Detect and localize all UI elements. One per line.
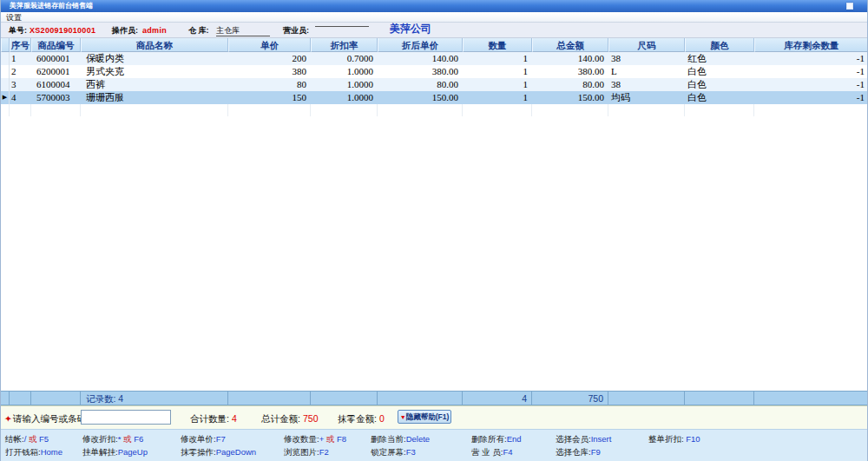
cell-amount: 150.00 (532, 91, 608, 104)
header-seq: 序号 (10, 38, 31, 52)
cell-name: 保暖内类 (81, 52, 228, 65)
cell-qty: 1 (463, 78, 532, 91)
help-item: 整单折扣: F10 (648, 434, 700, 445)
help-item: 删除当前:Delete (371, 434, 430, 445)
cell-disc-price: 150.00 (378, 91, 463, 104)
help-row-2: 打开钱箱:Home 挂单解挂:PageUp 抹零操作:PageDown 浏览图片… (1, 447, 868, 458)
header-selector (1, 38, 10, 52)
cell-qty: 1 (463, 65, 532, 78)
empty-grid-row (1, 104, 868, 116)
salesperson-field[interactable] (315, 26, 369, 27)
header-discount: 折扣率 (311, 38, 378, 52)
header-stock: 库存剩余数量 (754, 38, 868, 52)
cell-price: 150 (228, 91, 311, 104)
title-bar: 美萍服装进销存前台销售端 (1, 0, 868, 12)
cell-code: 6200001 (31, 65, 81, 78)
cell-color: 白色 (685, 78, 754, 91)
cell-stock: -1 (754, 52, 868, 65)
cell-name: 男式夹克 (81, 65, 228, 78)
help-item: 修改数量:+ 或 F8 (284, 434, 346, 445)
items-grid: 序号 商品编号 商品名称 单价 折扣率 折后单价 数量 总金额 尺码 颜色 库存… (1, 38, 868, 405)
help-item: 结帐:/ 或 F5 (5, 434, 49, 445)
help-row-1: 结帐:/ 或 F5 修改折扣:* 或 F6 修改单价:F7 修改数量:+ 或 F… (1, 434, 868, 445)
header-name: 商品名称 (81, 38, 228, 52)
record-count-label: 记录数: (86, 393, 115, 404)
totals-qty: 4 (463, 392, 532, 405)
barcode-prompt: 请输入编号或条码: (13, 412, 89, 425)
cell-qty: 1 (463, 52, 532, 65)
warehouse-field[interactable]: 主仓库 (216, 26, 270, 36)
table-row[interactable]: 2 6200001 男式夹克 380 1.0000 380.00 1 380.0… (1, 65, 868, 78)
cell-discount: 1.0000 (311, 78, 378, 91)
rounding-label: 抹零金额: (338, 412, 377, 425)
current-row-marker-icon: ▶ (1, 91, 10, 104)
cell-size: 38 (608, 78, 685, 91)
cell-code: 6100004 (31, 78, 81, 91)
cell-disc-price: 380.00 (378, 65, 463, 78)
table-row[interactable]: 3 6100004 西裤 80 1.0000 80.00 1 80.00 38 … (1, 78, 868, 91)
cell-color: 白色 (685, 91, 754, 104)
header-disc-price: 折后单价 (378, 38, 463, 52)
total-amount-label: 总计金额: (261, 412, 300, 425)
cell-size: L (608, 65, 685, 78)
cell-stock: -1 (754, 78, 868, 91)
cell-discount: 0.7000 (311, 52, 378, 65)
help-item: 抹零操作:PageDown (181, 447, 256, 458)
cell-amount: 380.00 (532, 65, 608, 78)
cell-stock: -1 (754, 91, 868, 104)
cell-stock: -1 (754, 65, 868, 78)
help-item: 打开钱箱:Home (5, 447, 62, 458)
help-item: 删除所有:End (471, 434, 522, 445)
header-size: 尺码 (608, 38, 685, 52)
cell-discount: 1.0000 (311, 65, 378, 78)
total-amount-value: 750 (303, 412, 319, 425)
cell-color: 红色 (685, 52, 754, 65)
row-selector (1, 52, 10, 65)
hide-help-arrow-icon: ▼ (400, 414, 406, 420)
operator-value: admin (142, 26, 167, 36)
help-item: 选择仓库:F9 (556, 447, 601, 458)
menu-settings[interactable]: 设置 (1, 12, 27, 23)
table-row-selected[interactable]: ▶ 4 5700003 珊珊西服 150 1.0000 150.00 1 150… (1, 91, 868, 104)
cell-size: 均码 (608, 91, 685, 104)
grid-totals-row: 记录数: 4 4 750 (1, 391, 868, 405)
help-item: 修改单价:F7 (181, 434, 226, 445)
cell-disc-price: 80.00 (378, 78, 463, 91)
window-control-icon[interactable] (846, 3, 853, 10)
prompt-star-icon: ✦ (4, 412, 12, 425)
table-row[interactable]: 1 6000001 保暖内类 200 0.7000 140.00 1 140.0… (1, 52, 868, 65)
help-item: 选择会员:Insert (556, 434, 611, 445)
row-selector (1, 78, 10, 91)
help-item: 营 业 员:F4 (471, 447, 513, 458)
input-panel: ✦ 请输入编号或条码: 合计数量: 4 总计金额: 750 抹零金额: 0 ▼隐… (1, 405, 868, 429)
cell-disc-price: 140.00 (378, 52, 463, 65)
cell-amount: 80.00 (532, 78, 608, 91)
hotkey-help-panel: 结帐:/ 或 F5 修改折扣:* 或 F6 修改单价:F7 修改数量:+ 或 F… (1, 429, 868, 461)
cell-price: 200 (228, 52, 311, 65)
cell-price: 380 (228, 65, 311, 78)
order-toolbar: 单号: XS200919010001 操作员: admin 仓 库: 主仓库 营… (1, 23, 868, 38)
order-no-value: XS200919010001 (30, 26, 95, 36)
cell-seq: 3 (10, 78, 31, 91)
cell-qty: 1 (463, 91, 532, 104)
hide-help-button[interactable]: ▼隐藏帮助(F1) (398, 410, 451, 424)
header-code: 商品编号 (31, 38, 81, 52)
cell-color: 白色 (685, 65, 754, 78)
help-item: 锁定屏幕:F3 (371, 447, 416, 458)
barcode-input[interactable] (81, 410, 171, 425)
totals-amount: 750 (532, 392, 608, 405)
company-name: 美萍公司 (390, 24, 431, 34)
cell-amount: 140.00 (532, 52, 608, 65)
cell-code: 5700003 (31, 91, 81, 104)
totals-selector (1, 392, 10, 405)
header-color: 颜色 (685, 38, 754, 52)
grid-header-row: 序号 商品编号 商品名称 单价 折扣率 折后单价 数量 总金额 尺码 颜色 库存… (1, 38, 868, 52)
operator-label: 操作员: (112, 26, 138, 36)
total-qty-label: 合计数量: (190, 412, 229, 425)
help-item: 挂单解挂:PageUp (82, 447, 148, 458)
record-count-value: 4 (118, 393, 123, 404)
cell-seq: 4 (10, 91, 31, 104)
warehouse-label: 仓 库: (188, 26, 209, 36)
cell-name: 西裤 (81, 78, 228, 91)
rounding-value: 0 (379, 412, 385, 425)
